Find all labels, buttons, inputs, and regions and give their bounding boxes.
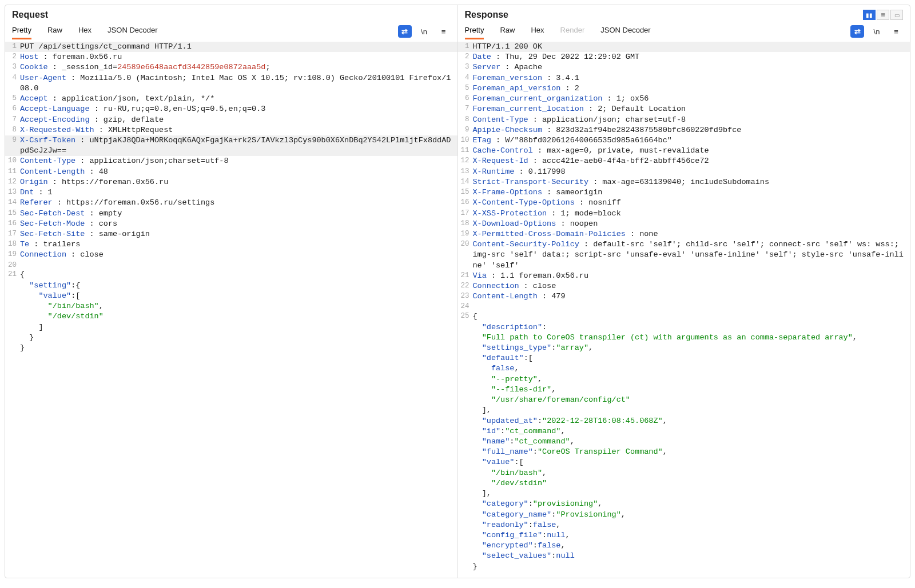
- code-line[interactable]: }: [458, 562, 910, 572]
- line-content[interactable]: "name":"ct_command",: [473, 437, 910, 447]
- code-line[interactable]: 15X-Frame-Options : sameorigin: [458, 187, 910, 198]
- line-content[interactable]: "--files-dir",: [473, 385, 910, 395]
- code-line[interactable]: "readonly":false,: [458, 520, 910, 530]
- code-line[interactable]: 17Sec-Fetch-Site : same-origin: [5, 229, 458, 239]
- code-line[interactable]: 13X-Runtime : 0.117998: [458, 167, 910, 177]
- line-content[interactable]: "updated_at":"2022-12-28T16:08:45.068Z",: [473, 416, 910, 426]
- line-content[interactable]: "config_file":null,: [473, 530, 910, 541]
- line-content[interactable]: X-Permitted-Cross-Domain-Policies : none: [473, 229, 910, 239]
- request-body[interactable]: 1PUT /api/settings/ct_command HTTP/1.12H…: [5, 39, 458, 359]
- line-content[interactable]: Accept-Encoding : gzip, deflate: [20, 115, 458, 125]
- line-content[interactable]: Date : Thu, 29 Dec 2022 12:29:02 GMT: [473, 52, 910, 62]
- line-content[interactable]: "/dev/stdin": [20, 311, 458, 322]
- code-line[interactable]: "--files-dir",: [458, 385, 910, 395]
- code-line[interactable]: false,: [458, 363, 910, 374]
- columns-icon[interactable]: ▮▮: [863, 10, 876, 20]
- line-content[interactable]: "--pretty",: [473, 374, 910, 385]
- line-content[interactable]: "default":[: [473, 353, 910, 363]
- line-content[interactable]: ],: [473, 405, 910, 415]
- line-content[interactable]: Content-Type : application/json;charset=…: [20, 156, 458, 166]
- line-content[interactable]: Sec-Fetch-Site : same-origin: [20, 229, 458, 239]
- line-content[interactable]: X-Requested-With : XMLHttpRequest: [20, 125, 458, 135]
- code-line[interactable]: 2Host : foreman.0x56.ru: [5, 52, 458, 62]
- code-line[interactable]: 4User-Agent : Mozilla/5.0 (Macintosh; In…: [5, 73, 458, 94]
- line-content[interactable]: X-Request-Id : accc421e-aeb0-4f4a-bff2-a…: [473, 156, 910, 166]
- code-line[interactable]: 20: [5, 261, 458, 270]
- tab-hex[interactable]: Hex: [531, 23, 544, 39]
- line-content[interactable]: Foreman_current_location : 2; Default Lo…: [473, 104, 910, 114]
- code-line[interactable]: "id":"ct_command",: [458, 426, 910, 437]
- code-line[interactable]: 9Apipie-Checksum : 823d32a1f94be28243875…: [458, 125, 910, 135]
- code-line[interactable]: "/bin/bash",: [458, 468, 910, 478]
- line-content[interactable]: "select_values":null: [473, 551, 910, 561]
- line-content[interactable]: "encrypted":false,: [473, 541, 910, 551]
- code-line[interactable]: "settings_type":"array",: [458, 343, 910, 353]
- line-content[interactable]: "category":"provisioning",: [473, 499, 910, 509]
- code-line[interactable]: 7Foreman_current_location : 2; Default L…: [458, 104, 910, 114]
- line-content[interactable]: }: [473, 562, 910, 572]
- line-content[interactable]: Referer : https://foreman.0x56.ru/settin…: [20, 198, 458, 208]
- code-line[interactable]: 18Te : trailers: [5, 239, 458, 250]
- line-content[interactable]: Foreman_api_version : 2: [473, 83, 910, 94]
- line-content[interactable]: Dnt : 1: [20, 187, 458, 198]
- code-line[interactable]: "category_name":"Provisioning",: [458, 510, 910, 520]
- line-content[interactable]: "readonly":false,: [473, 520, 910, 530]
- code-line[interactable]: 11Content-Length : 48: [5, 167, 458, 177]
- code-line[interactable]: 12X-Request-Id : accc421e-aeb0-4f4a-bff2…: [458, 156, 910, 166]
- code-line[interactable]: "full_name":"CoreOS Transpiler Command",: [458, 447, 910, 457]
- code-line[interactable]: "value":[: [458, 457, 910, 467]
- code-line[interactable]: "category":"provisioning",: [458, 499, 910, 509]
- line-content[interactable]: "value":[: [473, 457, 910, 467]
- newline-icon[interactable]: \n: [870, 25, 884, 38]
- line-content[interactable]: X-Download-Options : noopen: [473, 219, 910, 229]
- line-content[interactable]: "/dev/stdin": [473, 478, 910, 489]
- line-content[interactable]: Cookie : _session_id=24589e6648aacfd3442…: [20, 62, 458, 73]
- line-content[interactable]: Connection : close: [20, 250, 458, 260]
- code-line[interactable]: 19X-Permitted-Cross-Domain-Policies : no…: [458, 229, 910, 239]
- line-content[interactable]: Accept : application/json, text/plain, *…: [20, 94, 458, 104]
- rows-icon[interactable]: ≣: [877, 10, 889, 20]
- line-content[interactable]: Foreman_current_organization : 1; ox56: [473, 94, 910, 104]
- line-content[interactable]: ETag : W/"88bfd020612640066535d985a61664…: [473, 135, 910, 146]
- code-line[interactable]: 1HTTP/1.1 200 OK: [458, 42, 910, 52]
- code-line[interactable]: "default":[: [458, 353, 910, 363]
- line-content[interactable]: "full_name":"CoreOS Transpiler Command",: [473, 447, 910, 457]
- line-content[interactable]: {: [473, 311, 910, 322]
- line-content[interactable]: false,: [473, 363, 910, 374]
- code-line[interactable]: "value":[: [5, 291, 458, 301]
- code-line[interactable]: "/dev/stdin": [458, 478, 910, 489]
- line-content[interactable]: "settings_type":"array",: [473, 343, 910, 353]
- line-content[interactable]: X-XSS-Protection : 1; mode=block: [473, 209, 910, 219]
- response-body[interactable]: 1HTTP/1.1 200 OK2Date : Thu, 29 Dec 2022…: [458, 39, 910, 578]
- code-line[interactable]: 8X-Requested-With : XMLHttpRequest: [5, 125, 458, 135]
- code-line[interactable]: "select_values":null: [458, 551, 910, 561]
- line-content[interactable]: Content-Length : 48: [20, 167, 458, 177]
- code-line[interactable]: "/dev/stdin": [5, 311, 458, 322]
- line-content[interactable]: Connection : close: [473, 281, 910, 291]
- code-line[interactable]: 16X-Content-Type-Options : nosniff: [458, 198, 910, 208]
- code-line[interactable]: "/bin/bash",: [5, 301, 458, 311]
- code-line[interactable]: 25{: [458, 311, 910, 322]
- code-line[interactable]: 12Origin : https://foreman.0x56.ru: [5, 177, 458, 187]
- line-content[interactable]: Sec-Fetch-Dest : empty: [20, 209, 458, 219]
- line-content[interactable]: X-Frame-Options : sameorigin: [473, 187, 910, 198]
- code-line[interactable]: "description":: [458, 322, 910, 333]
- line-content[interactable]: Foreman_version : 3.4.1: [473, 73, 910, 83]
- code-line[interactable]: 7Accept-Encoding : gzip, deflate: [5, 115, 458, 125]
- code-line[interactable]: "setting":{: [5, 281, 458, 291]
- tab-hex[interactable]: Hex: [78, 23, 92, 39]
- code-line[interactable]: "encrypted":false,: [458, 541, 910, 551]
- code-line[interactable]: 6Accept-Language : ru-RU,ru;q=0.8,en-US;…: [5, 104, 458, 114]
- code-line[interactable]: 11Cache-Control : max-age=0, private, mu…: [458, 146, 910, 156]
- code-line[interactable]: 3Server : Apache: [458, 62, 910, 73]
- line-content[interactable]: X-Runtime : 0.117998: [473, 167, 910, 177]
- line-content[interactable]: Origin : https://foreman.0x56.ru: [20, 177, 458, 187]
- code-line[interactable]: "updated_at":"2022-12-28T16:08:45.068Z",: [458, 416, 910, 426]
- line-content[interactable]: Accept-Language : ru-RU,ru;q=0.8,en-US;q…: [20, 104, 458, 114]
- line-content[interactable]: Strict-Transport-Security : max-age=6311…: [473, 177, 910, 187]
- code-line[interactable]: "/usr/share/foreman/config/ct": [458, 395, 910, 405]
- layout-toggle[interactable]: ▮▮≣▭: [863, 10, 903, 20]
- code-line[interactable]: 13Dnt : 1: [5, 187, 458, 198]
- line-content[interactable]: ]: [20, 322, 458, 333]
- wrap-icon[interactable]: ⇄: [398, 25, 412, 38]
